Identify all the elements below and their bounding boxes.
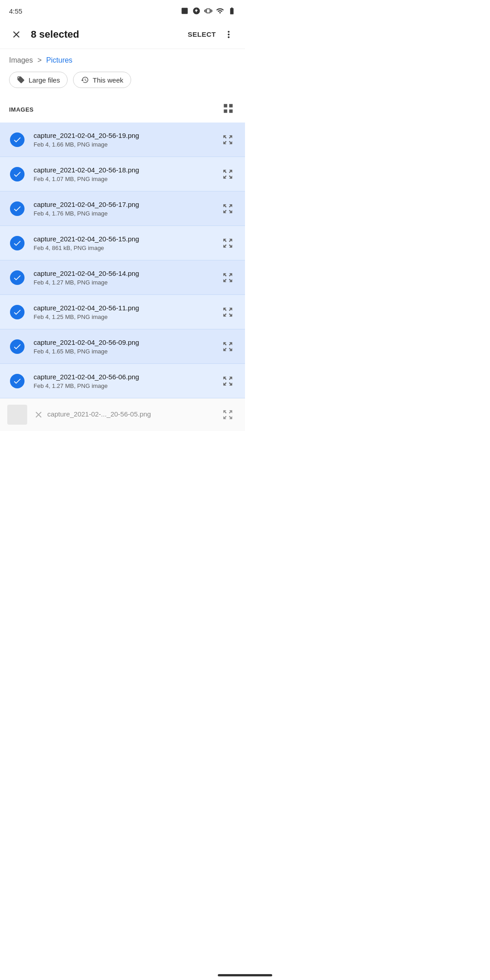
expand-button-3[interactable] <box>218 233 238 253</box>
breadcrumb-current: Pictures <box>46 56 73 64</box>
file-meta: Feb 4, 1.25 MB, PNG image <box>34 314 218 320</box>
checked-icon <box>10 305 24 319</box>
blocked-icon <box>192 7 201 15</box>
file-name: capture_2021-02-04_20-56-09.png <box>34 338 218 347</box>
file-meta: Feb 4, 1.65 MB, PNG image <box>34 348 218 355</box>
this-week-label: This week <box>93 76 123 84</box>
wifi-icon <box>216 7 224 15</box>
file-meta: Feb 4, 1.27 MB, PNG image <box>34 382 218 389</box>
file-name: capture_2021-02-04_20-56-17.png <box>34 200 218 209</box>
partial-file-name: capture_2021-02-..._20-56-05.png <box>34 410 218 420</box>
checked-icon <box>10 201 24 216</box>
battery-icon <box>228 7 236 15</box>
file-item[interactable]: capture_2021-02-04_20-56-09.png Feb 4, 1… <box>0 329 245 364</box>
breadcrumb-parent[interactable]: Images <box>9 56 33 64</box>
file-meta: Feb 4, 861 kB, PNG image <box>34 245 218 251</box>
selected-count: 8 selected <box>31 29 184 40</box>
select-button[interactable]: SELECT <box>184 28 220 41</box>
partial-expand-button[interactable] <box>218 405 238 425</box>
file-item[interactable]: capture_2021-02-04_20-56-14.png Feb 4, 1… <box>0 260 245 295</box>
large-files-chip[interactable]: Large files <box>9 72 68 88</box>
file-name: capture_2021-02-04_20-56-18.png <box>34 166 218 175</box>
breadcrumb-separator: > <box>37 56 41 64</box>
checked-icon <box>10 236 24 250</box>
expand-button-2[interactable] <box>218 199 238 219</box>
file-meta: Feb 4, 1.76 MB, PNG image <box>34 210 218 217</box>
breadcrumb: Images > Pictures <box>0 49 245 70</box>
expand-button-5[interactable] <box>218 302 238 322</box>
status-icons <box>181 7 236 15</box>
history-icon <box>81 76 89 84</box>
checked-icon <box>10 132 24 147</box>
file-name: capture_2021-02-04_20-56-06.png <box>34 372 218 382</box>
file-name: capture_2021-02-04_20-56-11.png <box>34 304 218 313</box>
partial-thumbnail <box>7 405 27 425</box>
file-item[interactable]: capture_2021-02-04_20-56-17.png Feb 4, 1… <box>0 191 245 226</box>
status-bar: 4:55 <box>0 0 245 20</box>
grid-view-button[interactable] <box>220 101 236 118</box>
file-checkbox-7[interactable] <box>7 371 27 391</box>
checked-icon <box>10 374 24 388</box>
file-checkbox-4[interactable] <box>7 268 27 288</box>
file-name: capture_2021-02-04_20-56-15.png <box>34 235 218 244</box>
file-checkbox-5[interactable] <box>7 302 27 322</box>
large-files-label: Large files <box>29 76 60 84</box>
file-name: capture_2021-02-04_20-56-19.png <box>34 131 218 140</box>
file-list: capture_2021-02-04_20-56-19.png Feb 4, 1… <box>0 122 245 398</box>
file-meta: Feb 4, 1.07 MB, PNG image <box>34 176 218 182</box>
file-meta: Feb 4, 1.66 MB, PNG image <box>34 141 218 148</box>
file-name: capture_2021-02-04_20-56-14.png <box>34 269 218 278</box>
expand-button-1[interactable] <box>218 164 238 184</box>
expand-button-6[interactable] <box>218 337 238 357</box>
expand-button-7[interactable] <box>218 371 238 391</box>
vibrate-icon <box>204 7 212 15</box>
file-checkbox-0[interactable] <box>7 130 27 150</box>
file-item[interactable]: capture_2021-02-04_20-56-06.png Feb 4, 1… <box>0 364 245 398</box>
checked-icon <box>10 167 24 181</box>
expand-button-4[interactable] <box>218 268 238 288</box>
file-checkbox-3[interactable] <box>7 233 27 253</box>
file-item[interactable]: capture_2021-02-04_20-56-11.png Feb 4, 1… <box>0 295 245 329</box>
filter-row: Large files This week <box>0 70 245 95</box>
more-options-button[interactable] <box>220 25 238 44</box>
expand-button-0[interactable] <box>218 130 238 150</box>
file-meta: Feb 4, 1.27 MB, PNG image <box>34 279 218 286</box>
file-checkbox-2[interactable] <box>7 199 27 219</box>
section-header: IMAGES <box>0 95 245 122</box>
status-time: 4:55 <box>9 7 22 15</box>
file-item[interactable]: capture_2021-02-04_20-56-15.png Feb 4, 8… <box>0 226 245 260</box>
section-title: IMAGES <box>9 106 34 113</box>
image-icon <box>181 7 189 15</box>
file-item[interactable]: capture_2021-02-04_20-56-18.png Feb 4, 1… <box>0 157 245 191</box>
checked-icon <box>10 270 24 285</box>
file-checkbox-6[interactable] <box>7 337 27 357</box>
this-week-chip[interactable]: This week <box>73 72 131 88</box>
close-button[interactable] <box>7 25 25 44</box>
checked-icon <box>10 339 24 354</box>
partial-file-item[interactable]: capture_2021-02-..._20-56-05.png <box>0 398 245 431</box>
file-checkbox-1[interactable] <box>7 164 27 184</box>
top-bar: 8 selected SELECT <box>0 20 245 49</box>
tag-icon <box>17 76 25 84</box>
file-item[interactable]: capture_2021-02-04_20-56-19.png Feb 4, 1… <box>0 122 245 157</box>
